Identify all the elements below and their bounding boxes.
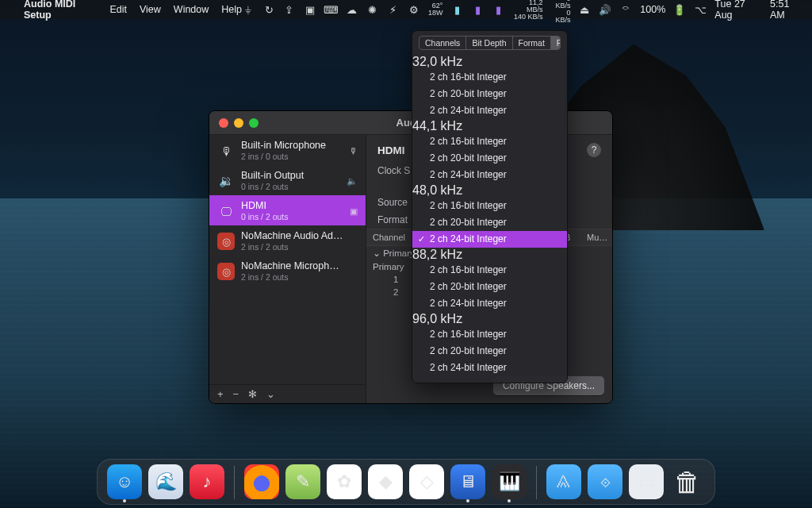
dock-music[interactable]: ♪ — [190, 464, 224, 499]
format-option[interactable]: 2 ch 20-bit Integer — [412, 279, 567, 295]
menuextra-gear-icon[interactable]: ⚙ — [408, 4, 420, 15]
device-row-built-in-microphone[interactable]: 🎙Built-in Microphone2 ins / 0 outs🎙 — [209, 135, 366, 165]
dock: ☺🌊♪✎✿◆◇🖥🎹⩓⟐▭🗑 — [97, 459, 715, 505]
format-option[interactable]: 2 ch 20-bit Integer — [412, 150, 567, 167]
format-option[interactable]: 2 ch 16-bit Integer — [412, 198, 567, 214]
menu-window[interactable]: Window — [174, 4, 209, 15]
dock-finder[interactable]: ☺ — [107, 464, 142, 499]
menuextra-sync-icon[interactable]: ↻ — [262, 4, 275, 15]
menu-view[interactable]: View — [140, 4, 161, 15]
rate-header: 32,0 kHz — [412, 55, 567, 69]
format-option[interactable]: 2 ch 20-bit Integer — [412, 343, 567, 360]
device-name: HDMI — [241, 200, 289, 211]
detail-title: HDMI — [377, 144, 405, 156]
menuextra-display-icon[interactable]: ⏚ — [242, 4, 255, 15]
device-row-built-in-output[interactable]: 🔉Built-in Output0 ins / 2 outs🔈 — [209, 165, 366, 195]
gear-icon[interactable]: ✻ — [248, 388, 257, 400]
dock-clickup[interactable]: ◆ — [368, 464, 403, 499]
menuextra-time[interactable]: 5:51 AM — [770, 0, 804, 21]
segmented-control[interactable]: ChannelsBit DepthFormatRate — [419, 36, 561, 50]
menuextra-bolt-icon[interactable]: ⚡︎ — [387, 4, 400, 15]
dock-audio-midi[interactable]: 🎹 — [492, 464, 527, 499]
menuextra-batt1-icon[interactable]: ▮ — [450, 4, 463, 15]
format-option[interactable]: 2 ch 24-bit Integer — [412, 167, 567, 183]
speaker-icon: 🔉 — [217, 172, 235, 190]
dock-separator — [536, 466, 537, 499]
segment-bit-depth[interactable]: Bit Depth — [466, 37, 512, 49]
remove-device-button[interactable]: − — [233, 388, 239, 400]
device-name: Built-in Output — [241, 170, 304, 181]
menuextra-disk[interactable]: 0 KB/s0 KB/s — [550, 0, 570, 24]
menuextra-batt3-icon[interactable]: ▮ — [492, 4, 504, 15]
rate-header: 44,1 kHz — [412, 119, 567, 133]
menuextra-cloud-icon[interactable]: ☁ — [346, 4, 358, 15]
device-io: 2 ins / 2 outs — [241, 241, 344, 252]
add-device-button[interactable]: + — [217, 388, 224, 400]
dock-downloads-stack[interactable]: ▭ — [629, 464, 664, 499]
minimize-button[interactable] — [234, 118, 243, 128]
format-option[interactable]: 2 ch 16-bit Integer — [412, 326, 567, 343]
device-name: NoMachine Microphone A… — [241, 260, 344, 271]
menuextra-eject-icon[interactable]: ⏏ — [578, 4, 591, 15]
mic-icon: 🎙 — [217, 142, 235, 160]
device-row-nomachine-audio-adapter[interactable]: ◎NoMachine Audio Adapter2 ins / 2 outs — [209, 225, 366, 256]
device-row-hdmi[interactable]: 🖵HDMI0 ins / 2 outs▣ — [209, 195, 366, 225]
dock-trash[interactable]: 🗑 — [670, 464, 705, 499]
menuextra-net[interactable]: 11,2 MB/s140 KB/s — [512, 0, 542, 21]
menuextra-battery-icon[interactable]: 🔋 — [673, 4, 686, 15]
nm-icon: ◎ — [217, 263, 235, 280]
dock-photos[interactable]: ✿ — [327, 464, 362, 499]
chevron-down-icon[interactable]: ⌄ — [266, 388, 275, 400]
rate-header: 96,0 kHz — [412, 312, 567, 326]
menuextra-temp[interactable]: 62°18W — [428, 2, 443, 17]
device-tail-icon: 🔈 — [347, 176, 358, 187]
menuextra-volume-icon[interactable]: 🔊 — [599, 4, 611, 15]
format-option[interactable]: 2 ch 16-bit Integer — [412, 262, 567, 279]
menuextra-switch-icon[interactable]: ⌥ — [694, 4, 707, 15]
format-option[interactable]: 2 ch 20-bit Integer — [412, 86, 567, 102]
segment-rate[interactable]: Rate — [551, 37, 561, 49]
menuextra-battery-pct[interactable]: 100% — [640, 4, 665, 15]
dock-clickup2[interactable]: ◇ — [409, 464, 444, 499]
menuextra-keyboard-icon[interactable]: ⌨ — [324, 4, 338, 15]
dock-screenshare[interactable]: 🖥 — [450, 464, 485, 499]
device-sidebar: 🎙Built-in Microphone2 ins / 0 outs🎙🔉Buil… — [209, 135, 366, 403]
help-button[interactable]: ? — [587, 143, 601, 157]
rate-header: 48,0 kHz — [412, 183, 567, 198]
device-row-nomachine-microphone-a-[interactable]: ◎NoMachine Microphone A…2 ins / 2 outs — [209, 256, 366, 286]
app-name[interactable]: Audio MIDI Setup — [24, 0, 97, 21]
format-option[interactable]: 2 ch 16-bit Integer — [412, 69, 567, 86]
clock-source-label: Clock S — [377, 165, 410, 176]
format-option[interactable]: 2 ch 24-bit Integer — [412, 102, 567, 119]
format-popover: ChannelsBit DepthFormatRate 32,0 kHz2 ch… — [412, 30, 568, 383]
dock-applications-folder[interactable]: ⩓ — [546, 464, 581, 499]
device-name: NoMachine Audio Adapter — [241, 230, 344, 241]
device-io: 2 ins / 2 outs — [241, 271, 344, 283]
close-button[interactable] — [219, 118, 228, 128]
segment-format[interactable]: Format — [513, 37, 551, 49]
dock-safari-alt[interactable]: 🌊 — [148, 464, 183, 499]
zoom-button[interactable] — [249, 118, 259, 128]
menu-edit[interactable]: Edit — [109, 4, 127, 15]
device-io: 0 ins / 2 outs — [241, 181, 304, 192]
dock-firefox[interactable] — [244, 464, 279, 499]
format-option[interactable]: 2 ch 24-bit Integer — [412, 295, 567, 312]
display-icon: 🖵 — [217, 202, 235, 220]
format-option[interactable]: 2 ch 16-bit Integer — [412, 133, 567, 150]
menuextra-upload-icon[interactable]: ⇪ — [283, 4, 296, 15]
menuextra-box-icon[interactable]: ▣ — [304, 4, 316, 15]
dock-dropbox-folder[interactable]: ⟐ — [588, 464, 622, 499]
device-tail-icon: 🎙 — [349, 146, 358, 156]
format-option[interactable]: 2 ch 24-bit Integer — [412, 231, 567, 248]
format-option[interactable]: 2 ch 24-bit Integer — [412, 360, 567, 376]
dock-app-green[interactable]: ✎ — [285, 464, 320, 499]
menuextra-date[interactable]: Tue 27 Aug — [714, 0, 762, 21]
format-option[interactable]: 2 ch 20-bit Integer — [412, 214, 567, 231]
menu-help[interactable]: Help — [221, 4, 242, 15]
menuextra-fan-icon[interactable]: ✺ — [366, 4, 379, 15]
menuextra-wifi-icon[interactable]: ⌔ — [619, 4, 632, 15]
segment-channels[interactable]: Channels — [419, 37, 466, 49]
rate-header: 88,2 kHz — [412, 248, 567, 262]
menuextra-batt2-icon[interactable]: ▮ — [471, 4, 484, 15]
dock-separator — [234, 466, 235, 499]
